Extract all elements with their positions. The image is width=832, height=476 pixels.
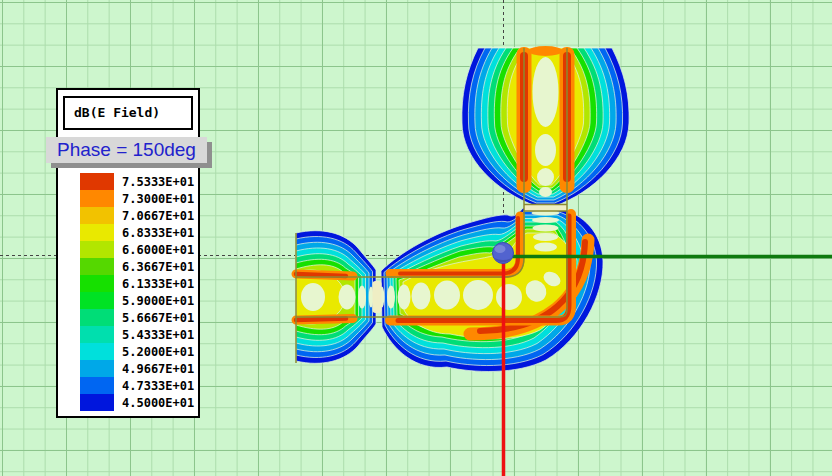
legend-entry: 7.3000E+01	[80, 190, 194, 207]
legend-entry: 7.5333E+01	[80, 173, 194, 190]
legend-entry: 5.6667E+01	[80, 309, 194, 326]
legend-color-swatch	[80, 377, 114, 394]
legend-value-label: 6.3667E+01	[114, 260, 194, 274]
contour-band	[534, 243, 557, 252]
legend-value-label: 5.6667E+01	[114, 311, 194, 325]
contour-band	[358, 286, 366, 309]
contour-band	[539, 187, 552, 197]
legend-title: dB(E Field)	[63, 96, 193, 130]
legend-entry: 4.5000E+01	[80, 394, 194, 411]
phase-label: Phase = 150deg	[46, 137, 207, 163]
contour-band	[296, 319, 346, 321]
contour-band	[373, 281, 382, 313]
legend-color-swatch	[80, 190, 114, 207]
legend-entry: 6.6000E+01	[80, 241, 194, 258]
contour-band	[524, 205, 567, 211]
contour-band	[296, 274, 346, 276]
contour-band	[535, 134, 556, 166]
legend-color-swatch	[80, 275, 114, 292]
legend-entry: 5.4333E+01	[80, 326, 194, 343]
legend-value-label: 5.2000E+01	[114, 345, 194, 359]
legend-value-label: 7.0667E+01	[114, 209, 194, 223]
legend-color-swatch	[80, 292, 114, 309]
legend-entry: 4.7333E+01	[80, 377, 194, 394]
legend-value-label: 6.8333E+01	[114, 226, 194, 240]
legend-entry: 5.9000E+01	[80, 292, 194, 309]
legend-value-label: 4.9667E+01	[114, 362, 194, 376]
contour-band	[339, 285, 356, 310]
legend-value-label: 5.4333E+01	[114, 328, 194, 342]
legend-color-swatch	[80, 173, 114, 190]
contour-band	[398, 285, 411, 310]
legend-color-swatch	[80, 326, 114, 343]
contour-band	[529, 46, 563, 56]
contour-band	[533, 57, 559, 127]
contour-band	[533, 233, 558, 241]
contour-band	[533, 225, 559, 232]
contour-band	[532, 217, 559, 223]
legend-color-swatch	[80, 258, 114, 275]
legend-color-swatch	[80, 360, 114, 377]
legend-entry: 6.8333E+01	[80, 224, 194, 241]
contour-band	[537, 168, 554, 186]
legend-value-label: 6.6000E+01	[114, 243, 194, 257]
legend-value-label: 7.5333E+01	[114, 175, 194, 189]
legend-color-scale: 7.5333E+017.3000E+017.0667E+016.8333E+01…	[80, 173, 194, 411]
legend-color-swatch	[80, 309, 114, 326]
legend-entry: 6.3667E+01	[80, 258, 194, 275]
origin-marker-highlight	[495, 245, 506, 253]
legend-color-swatch	[80, 241, 114, 258]
contour-band	[463, 280, 493, 310]
legend-color-swatch	[80, 224, 114, 241]
legend-color-swatch	[80, 394, 114, 411]
legend-value-label: 4.7333E+01	[114, 379, 194, 393]
contour-band	[412, 283, 431, 310]
contour-band	[434, 281, 460, 310]
legend-entry: 7.0667E+01	[80, 207, 194, 224]
contour-band	[301, 283, 325, 311]
origin-marker[interactable]	[493, 243, 514, 264]
legend-color-swatch	[80, 207, 114, 224]
legend-value-label: 5.9000E+01	[114, 294, 194, 308]
legend-value-label: 6.1333E+01	[114, 277, 194, 291]
legend-entry: 6.1333E+01	[80, 275, 194, 292]
legend-color-swatch	[80, 343, 114, 360]
viewport-canvas[interactable]: dB(E Field) 7.5333E+017.3000E+017.0667E+…	[0, 0, 832, 476]
legend-value-label: 7.3000E+01	[114, 192, 194, 206]
contour-band	[387, 286, 395, 309]
legend-entry: 4.9667E+01	[80, 360, 194, 377]
legend-entry: 5.2000E+01	[80, 343, 194, 360]
legend-value-label: 4.5000E+01	[114, 396, 194, 410]
contour-band	[496, 284, 522, 310]
